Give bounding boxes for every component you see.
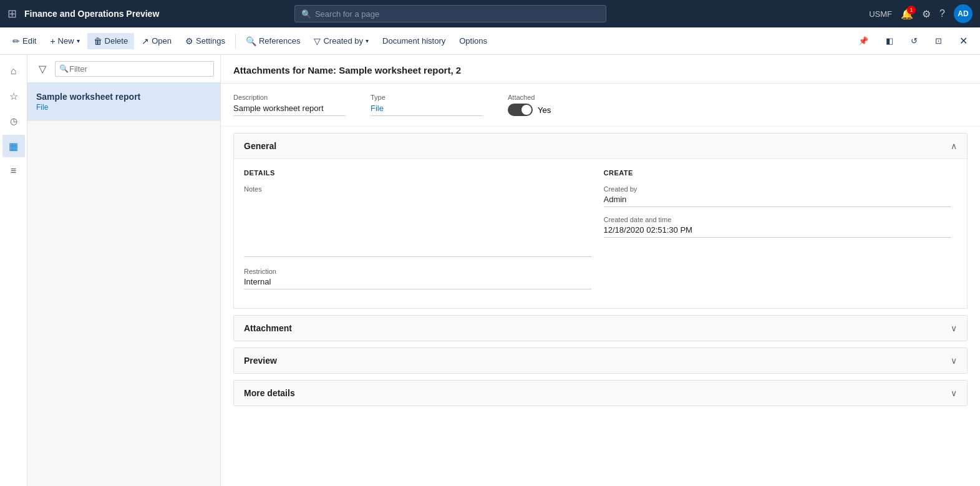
create-col: CREATE Created by Admin Created date and… [598,169,958,298]
search-input[interactable] [315,9,599,19]
attachment-section: Attachment ∨ [233,315,968,341]
filter-input[interactable] [55,61,214,77]
references-button[interactable]: 🔍 References [240,33,306,49]
description-field-group: Description Sample worksheet report [233,94,346,116]
detail-fields-row: Description Sample worksheet report Type… [221,84,980,127]
filter-list-button[interactable]: ▽ [34,60,51,77]
detail-panel: Attachments for Name: Sample worksheet r… [221,55,980,486]
chevron-down-icon-2: ▾ [366,37,369,44]
chevron-down-icon: ▾ [77,37,80,44]
toolbar-separator-1 [235,34,236,49]
created-by-value: Admin [604,195,951,207]
sidebar-favorites-button[interactable]: ☆ [2,85,25,107]
edit-label: Edit [22,36,36,46]
attached-toggle[interactable] [508,104,533,116]
attachment-section-title: Attachment [244,323,292,333]
description-label: Description [233,94,346,101]
list-item[interactable]: Sample worksheet report File [27,83,220,121]
search-wrapper: 🔍 [55,61,214,77]
attached-field-group: Attached Yes [508,94,551,116]
app-title: Finance and Operations Preview [24,9,159,19]
general-section-title: General [244,141,276,151]
settings-gear-icon: ⚙ [185,36,193,46]
list-search: ▽ 🔍 [27,55,220,83]
edit-button[interactable]: ✏ Edit [6,33,42,49]
created-by-field: Created by Admin [604,185,951,207]
toggle-knob [522,105,531,115]
org-label: USMF [869,9,892,19]
settings-label: Settings [196,36,225,46]
general-section-body: DETAILS Notes Restriction Internal CREAT… [234,159,967,308]
options-button[interactable]: Options [453,33,493,49]
document-history-button[interactable]: Document history [376,33,452,49]
main-layout: ⌂ ☆ ◷ ▦ ≡ ▽ 🔍 [0,55,980,486]
restriction-label: Restriction [244,268,591,275]
created-by-button[interactable]: ▽ Created by ▾ [308,33,375,49]
general-section-header[interactable]: General ∧ [234,134,967,159]
sidebar-home-button[interactable]: ⌂ [2,60,25,82]
sidebar-list-button[interactable]: ≡ [2,160,25,182]
item-title: Sample worksheet report [36,92,211,102]
new-window-icon: ⊡ [935,36,942,46]
close-icon: ✕ [959,35,968,47]
type-label: Type [371,94,483,101]
close-button[interactable]: ✕ [953,32,974,50]
preview-section-header[interactable]: Preview ∨ [234,348,967,373]
type-value: File [371,104,483,116]
general-columns: DETAILS Notes Restriction Internal CREAT… [244,169,957,298]
new-label: New [58,36,74,46]
details-heading: DETAILS [244,169,591,177]
open-button[interactable]: ↗ Open [135,33,178,49]
delete-button[interactable]: 🗑 Delete [87,33,135,49]
sidebar-recent-button[interactable]: ◷ [2,110,25,132]
sidebar-workspaces-button[interactable]: ▦ [2,135,25,157]
expand-icon: ◧ [886,36,893,46]
filter-icon: ▽ [39,63,46,75]
delete-label: Delete [105,36,129,46]
expand-button[interactable]: ◧ [880,32,900,50]
attachment-section-header[interactable]: Attachment ∨ [234,316,967,341]
notes-label: Notes [244,185,591,193]
list-icon: ≡ [11,165,16,177]
refresh-button[interactable]: ↺ [905,32,924,50]
notifications-icon[interactable]: 🔔 1 [901,8,913,20]
filter-icon: ▽ [314,36,321,46]
more-details-section-header[interactable]: More details ∨ [234,381,967,406]
chevron-down-icon-attach: ∨ [951,323,957,333]
new-button[interactable]: + New ▾ [44,33,85,49]
new-window-button[interactable]: ⊡ [929,32,948,50]
settings-icon[interactable]: ⚙ [922,8,931,20]
notes-textarea[interactable] [244,195,591,257]
settings-button[interactable]: ⚙ Settings [179,33,231,49]
delete-icon: 🗑 [94,36,102,46]
list-panel: ▽ 🔍 Sample worksheet report File [27,55,221,486]
pin-button[interactable]: 📌 [852,32,875,50]
top-nav-right: USMF 🔔 1 ⚙ ? AD [869,4,973,23]
more-details-section: More details ∨ [233,380,968,406]
detail-header: Attachments for Name: Sample worksheet r… [221,55,980,84]
plus-icon: + [50,36,55,46]
search-icon: 🔍 [301,9,311,19]
description-value: Sample worksheet report [233,104,346,116]
preview-section-title: Preview [244,356,277,366]
edit-icon: ✏ [12,36,20,46]
search-bar[interactable]: 🔍 [294,5,606,22]
created-date-label: Created date and time [604,216,951,223]
help-icon[interactable]: ? [939,8,945,19]
created-date-value: 12/18/2020 02:51:30 PM [604,225,951,238]
restriction-value: Internal [244,277,591,289]
general-section: General ∧ DETAILS Notes Restriction Inte… [233,133,968,309]
created-by-label: Created by [604,185,951,193]
options-label: Options [459,36,487,46]
attached-label: Attached [508,94,551,101]
attached-value: Yes [538,105,551,115]
attached-toggle-row: Yes [508,104,551,116]
preview-section: Preview ∨ [233,347,968,374]
avatar[interactable]: AD [954,4,973,23]
grid-small-icon: ▦ [9,140,18,152]
open-icon: ↗ [142,36,149,46]
item-subtitle: File [36,103,211,112]
grid-icon[interactable]: ⊞ [7,7,17,21]
refresh-icon: ↺ [911,36,918,46]
notification-badge: 1 [907,6,916,14]
